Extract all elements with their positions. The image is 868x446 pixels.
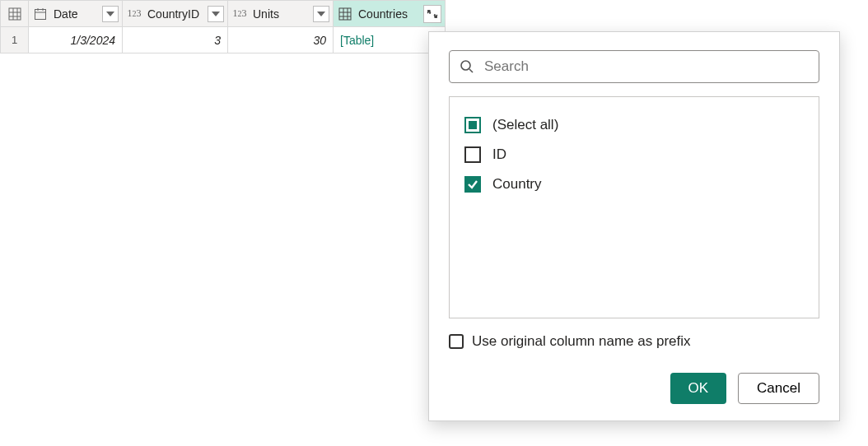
option-label: Country xyxy=(492,176,542,193)
search-icon xyxy=(460,59,474,74)
table-row[interactable]: 1 1/3/2024 3 30 [Table] xyxy=(1,27,446,53)
svg-line-15 xyxy=(469,69,473,72)
filter-button[interactable] xyxy=(102,6,119,22)
option-country[interactable]: Country xyxy=(464,170,804,199)
prefix-checkbox[interactable]: Use original column name as prefix xyxy=(449,333,819,350)
checkbox-checked-icon xyxy=(464,176,481,193)
filter-button[interactable] xyxy=(208,6,224,22)
data-grid: Date 123 CountryID 123 Units xyxy=(0,0,446,53)
column-header-units[interactable]: 123 Units xyxy=(228,1,334,27)
ok-button[interactable]: OK xyxy=(670,373,727,404)
option-label: (Select all) xyxy=(492,117,558,133)
search-field[interactable] xyxy=(449,50,819,83)
checkbox-unchecked-icon xyxy=(464,146,481,163)
filter-button[interactable] xyxy=(313,6,329,22)
number-type-icon: 123 xyxy=(126,7,142,20)
prefix-label: Use original column name as prefix xyxy=(472,333,691,350)
column-header-countries[interactable]: Countries xyxy=(334,1,446,27)
calendar-icon xyxy=(32,7,49,21)
option-id[interactable]: ID xyxy=(464,140,804,170)
search-input[interactable] xyxy=(483,58,809,76)
option-label: ID xyxy=(492,146,506,163)
svg-rect-9 xyxy=(339,8,351,20)
row-index: 1 xyxy=(1,27,29,53)
cell-units[interactable]: 30 xyxy=(228,27,334,53)
cell-date[interactable]: 1/3/2024 xyxy=(29,27,123,53)
row-selector-header[interactable] xyxy=(1,1,29,27)
column-list: (Select all) ID Country xyxy=(449,96,819,318)
expand-column-popup: (Select all) ID Country Use original col… xyxy=(428,31,840,421)
column-name: Units xyxy=(251,7,310,21)
svg-rect-0 xyxy=(9,8,21,20)
column-name: CountryID xyxy=(146,7,204,21)
table-type-icon xyxy=(337,7,353,21)
table-icon xyxy=(7,7,23,21)
option-select-all[interactable]: (Select all) xyxy=(464,110,804,140)
cancel-button[interactable]: Cancel xyxy=(738,373,819,404)
cell-countryid[interactable]: 3 xyxy=(123,27,228,53)
svg-point-14 xyxy=(461,61,470,70)
checkbox-indeterminate-icon xyxy=(464,117,481,133)
expand-button[interactable] xyxy=(423,5,441,23)
column-name: Countries xyxy=(357,7,420,21)
checkbox-unchecked-icon xyxy=(449,334,464,349)
column-header-countryid[interactable]: 123 CountryID xyxy=(123,1,228,27)
svg-rect-5 xyxy=(35,9,46,19)
column-header-date[interactable]: Date xyxy=(29,1,123,27)
number-type-icon: 123 xyxy=(231,7,248,20)
column-name: Date xyxy=(52,7,99,21)
